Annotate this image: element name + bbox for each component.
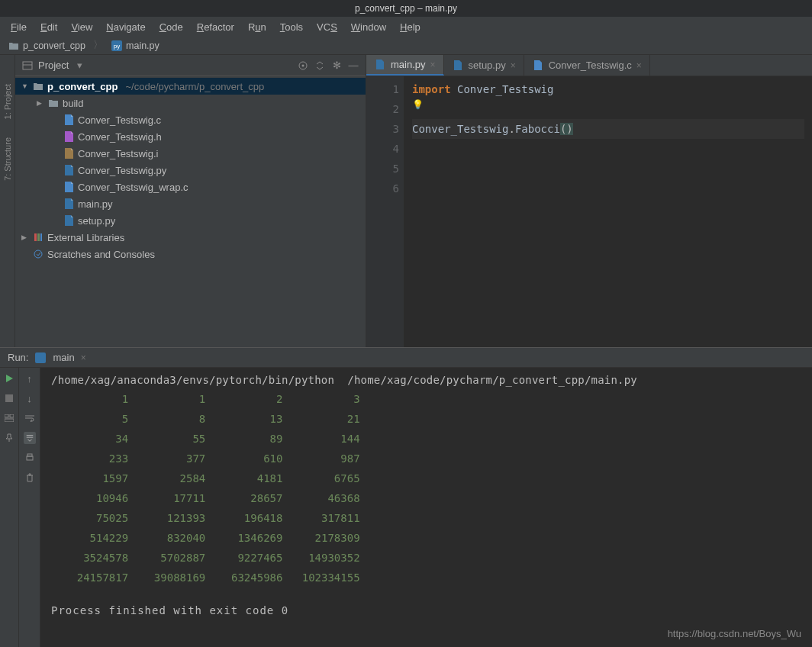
pin-button[interactable]: [3, 432, 15, 444]
window-title: p_convert_cpp – main.py: [355, 3, 457, 14]
run-label: Run:: [8, 352, 28, 363]
code-area[interactable]: import Conver_Testswig Conver_Testswig.F…: [404, 76, 812, 347]
file-icon: [63, 181, 75, 193]
console-cmd-python: /home/xag/anaconda3/envs/pytorch/bin/pyt…: [51, 374, 334, 386]
tree-build-folder[interactable]: ▶ build: [15, 95, 366, 111]
menu-window[interactable]: Window: [345, 20, 392, 34]
editor-tab[interactable]: setup.py×: [444, 55, 524, 76]
menu-bar: File Edit View Navigate Code Refactor Ru…: [0, 17, 812, 37]
hide-panel-icon[interactable]: —: [347, 60, 359, 72]
editor-tabs: main.py×setup.py×Conver_Testswig.c×: [366, 55, 812, 76]
svg-text:py: py: [114, 43, 120, 50]
tree-file[interactable]: Conver_Testswig.py: [15, 162, 366, 179]
gear-icon[interactable]: ✻: [330, 60, 343, 72]
print-button[interactable]: [24, 452, 36, 464]
svg-rect-14: [5, 419, 14, 422]
run-tool-window: Run: main × ↑ ↓: [0, 347, 812, 647]
stop-button[interactable]: [3, 392, 15, 404]
tree-file[interactable]: Conver_Testswig.c: [15, 111, 366, 128]
breadcrumb-file[interactable]: py main.py: [108, 39, 163, 53]
scratches-icon: [32, 248, 44, 260]
locate-icon[interactable]: [297, 60, 309, 72]
tool-button-project[interactable]: 1: Project: [3, 78, 12, 125]
arrow-right-icon: ▶: [37, 99, 44, 107]
menu-view[interactable]: View: [65, 20, 98, 34]
close-tab-icon[interactable]: ×: [81, 352, 86, 363]
tree-file[interactable]: main.py: [15, 195, 366, 212]
svg-rect-11: [5, 394, 13, 402]
menu-vcs[interactable]: VCS: [311, 20, 343, 34]
file-icon: [63, 114, 75, 126]
project-view-icon: [21, 60, 34, 72]
close-tab-icon[interactable]: ×: [430, 60, 436, 70]
watermark: https://blog.csdn.net/Boys_Wu: [668, 628, 801, 639]
scroll-to-end-button[interactable]: [24, 432, 36, 444]
file-icon: [452, 60, 464, 72]
close-tab-icon[interactable]: ×: [636, 60, 642, 71]
file-icon: [374, 59, 386, 71]
svg-rect-15: [27, 456, 33, 460]
expand-all-icon[interactable]: [314, 60, 326, 72]
menu-code[interactable]: Code: [153, 20, 189, 34]
menu-help[interactable]: Help: [394, 20, 427, 34]
file-icon: [63, 130, 75, 143]
arrow-right-icon: ▶: [21, 233, 29, 241]
chevron-down-icon[interactable]: ▾: [73, 60, 85, 72]
python-file-icon: [34, 352, 47, 364]
tree-scratches[interactable]: Scratches and Consoles: [15, 246, 366, 262]
editor-tab[interactable]: Conver_Testswig.c×: [524, 55, 650, 76]
svg-rect-13: [10, 414, 14, 417]
breadcrumb-project[interactable]: p_convert_cpp: [5, 39, 89, 53]
folder-icon: [47, 97, 60, 109]
menu-tools[interactable]: Tools: [274, 20, 309, 34]
menu-edit[interactable]: Edit: [34, 20, 63, 34]
intention-bulb-icon[interactable]: 💡: [412, 99, 424, 110]
svg-rect-12: [5, 414, 8, 417]
menu-navigate[interactable]: Navigate: [100, 20, 151, 34]
menu-file[interactable]: File: [5, 20, 33, 34]
svg-point-9: [34, 250, 42, 258]
up-trace-button[interactable]: ↑: [24, 372, 36, 385]
editor-body[interactable]: 123456 import Conver_Testswig Conver_Tes…: [366, 76, 812, 347]
libraries-icon: [32, 231, 44, 243]
svg-rect-7: [37, 233, 40, 241]
editor-area: main.py×setup.py×Conver_Testswig.c× 1234…: [366, 55, 812, 347]
folder-icon: [32, 80, 44, 92]
file-icon: [63, 214, 75, 227]
window-title-bar: p_convert_cpp – main.py: [0, 0, 812, 17]
file-icon: [63, 164, 75, 176]
python-file-icon: py: [111, 40, 123, 52]
console-output[interactable]: /home/xag/anaconda3/envs/pytorch/bin/pyt…: [40, 368, 812, 647]
run-config-name[interactable]: main: [53, 352, 74, 363]
tree-file[interactable]: Conver_Testswig_wrap.c: [15, 179, 366, 195]
tree-root[interactable]: ▼ p_convert_cpp ~/code/pycharm/p_convert…: [15, 78, 366, 95]
layout-button[interactable]: [3, 412, 15, 424]
project-panel-header: Project ▾ ✻ —: [15, 55, 366, 76]
clear-button[interactable]: [24, 472, 36, 484]
tree-file[interactable]: Conver_Testswig.i: [15, 145, 366, 162]
console-cmd-script: /home/xag/code/pycharm/p_convert_cpp/mai…: [347, 374, 637, 386]
down-trace-button[interactable]: ↓: [24, 392, 36, 404]
breadcrumb: p_convert_cpp 〉 py main.py: [0, 37, 812, 55]
line-number: 4: [366, 139, 399, 159]
tree-file[interactable]: Conver_Testswig.h: [15, 128, 366, 145]
tool-button-structure[interactable]: 7: Structure: [3, 131, 12, 187]
menu-run[interactable]: Run: [242, 20, 272, 34]
rerun-button[interactable]: [3, 372, 15, 385]
tree-external-libraries[interactable]: ▶ External Libraries: [15, 229, 366, 246]
soft-wrap-button[interactable]: [24, 412, 36, 424]
project-panel-title: Project: [38, 60, 69, 71]
exit-message: Process finished with exit code 0: [51, 604, 801, 616]
tree-file[interactable]: setup.py: [15, 212, 366, 229]
line-number: 6: [366, 179, 399, 198]
line-number-gutter: 123456: [366, 76, 404, 347]
menu-refactor[interactable]: Refactor: [191, 20, 240, 34]
console-fib-output: 1 1 2 3 5 8 13 21 34 55 89 144 233 377 6…: [51, 389, 801, 587]
project-tool-window: Project ▾ ✻ — ▼ p_convert_cpp ~/code/pyc…: [15, 55, 366, 347]
close-tab-icon[interactable]: ×: [511, 60, 516, 71]
svg-rect-8: [40, 233, 42, 241]
file-icon: [532, 60, 544, 72]
line-number: 5: [366, 159, 399, 179]
editor-tab[interactable]: main.py×: [366, 55, 444, 76]
svg-point-5: [302, 64, 304, 66]
